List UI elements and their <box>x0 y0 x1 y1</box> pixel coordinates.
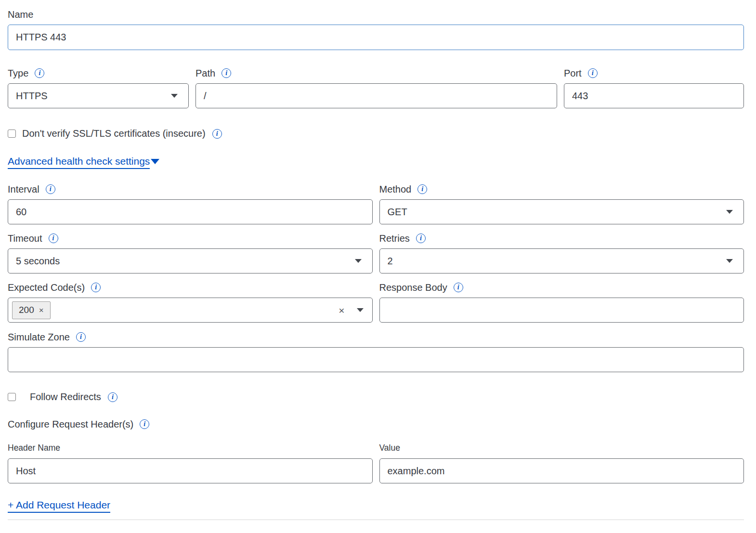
retries-select-value: 2 <box>388 256 393 267</box>
simulate-zone-label: Simulate Zone <box>8 331 70 343</box>
method-select-value: GET <box>388 207 407 218</box>
response-body-field: Response Body i <box>379 282 744 323</box>
expected-code-tag: 200 × <box>12 301 51 319</box>
add-request-header-link[interactable]: + Add Request Header <box>8 499 110 513</box>
chevron-down-icon <box>171 94 178 98</box>
retries-label: Retries <box>379 233 410 244</box>
interval-input[interactable] <box>8 199 373 224</box>
ssl-verify-label: Don't verify SSL/TLS certificates (insec… <box>22 128 206 139</box>
timeout-label: Timeout <box>8 233 42 244</box>
ssl-verify-checkbox-row: Don't verify SSL/TLS certificates (insec… <box>8 128 744 139</box>
timeout-select-value: 5 seconds <box>16 256 60 267</box>
header-value-input[interactable] <box>379 458 744 483</box>
timeout-field: Timeout i 5 seconds <box>8 233 373 273</box>
info-icon[interactable]: i <box>588 68 598 78</box>
follow-redirects-label: Follow Redirects <box>30 391 101 403</box>
advanced-settings-grid: Interval i Method i GET Timeout i 5 seco… <box>8 183 744 323</box>
remove-tag-icon[interactable]: × <box>39 306 44 314</box>
port-field: Port i <box>564 67 744 108</box>
timeout-select[interactable]: 5 seconds <box>8 248 373 273</box>
type-label: Type <box>8 67 28 79</box>
chevron-down-icon <box>726 210 733 214</box>
interval-field: Interval i <box>8 183 373 224</box>
simulate-zone-field: Simulate Zone i <box>8 331 744 372</box>
port-input[interactable] <box>564 83 744 108</box>
type-select[interactable]: HTTPS <box>8 83 189 108</box>
info-icon[interactable]: i <box>454 283 463 292</box>
retries-select[interactable]: 2 <box>379 248 744 273</box>
info-icon[interactable]: i <box>222 68 231 78</box>
port-label: Port <box>564 67 582 79</box>
chevron-down-icon <box>726 259 733 263</box>
info-icon[interactable]: i <box>417 184 427 194</box>
info-icon[interactable]: i <box>49 234 58 243</box>
info-icon[interactable]: i <box>76 332 86 342</box>
path-field: Path i <box>196 67 557 108</box>
retries-field: Retries i 2 <box>379 233 744 273</box>
path-input[interactable] <box>196 83 557 108</box>
type-path-port-row: Type i HTTPS Path i Port i <box>8 67 744 108</box>
info-icon[interactable]: i <box>416 234 426 243</box>
advanced-settings-row: Advanced health check settings <box>8 156 744 169</box>
ssl-verify-checkbox[interactable] <box>8 130 16 138</box>
header-value-label: Value <box>379 442 400 453</box>
name-label-row: Name <box>8 9 744 20</box>
info-icon[interactable]: i <box>140 419 149 429</box>
response-body-input[interactable] <box>379 298 744 323</box>
configure-headers-label: Configure Request Header(s) <box>8 418 133 430</box>
info-icon[interactable]: i <box>91 283 101 292</box>
method-field: Method i GET <box>379 183 744 224</box>
triangle-down-icon <box>151 159 159 164</box>
add-header-row: + Add Request Header <box>8 499 744 513</box>
simulate-zone-input[interactable] <box>8 347 744 372</box>
response-body-label: Response Body <box>379 282 447 293</box>
interval-label: Interval <box>8 183 39 195</box>
info-icon[interactable]: i <box>35 68 44 78</box>
header-name-field: Header Name <box>8 442 373 483</box>
expected-code-tag-value: 200 <box>19 305 34 315</box>
type-select-value: HTTPS <box>16 91 48 102</box>
name-label: Name <box>8 9 33 20</box>
expected-codes-field: Expected Code(s) i 200 × × <box>8 282 373 323</box>
info-icon[interactable]: i <box>46 184 55 194</box>
method-label: Method <box>379 183 412 195</box>
follow-redirects-row: Follow Redirects i <box>8 391 744 403</box>
chevron-down-icon <box>355 259 362 263</box>
follow-redirects-checkbox[interactable] <box>8 393 16 401</box>
info-icon[interactable]: i <box>212 129 222 139</box>
info-icon[interactable]: i <box>108 392 117 402</box>
advanced-settings-link[interactable]: Advanced health check settings <box>8 156 150 169</box>
request-header-row: Header Name Value <box>8 442 744 483</box>
expected-codes-multiselect[interactable]: 200 × × <box>8 298 373 323</box>
method-select[interactable]: GET <box>379 199 744 224</box>
chevron-down-icon <box>357 308 364 312</box>
header-value-field: Value <box>379 442 744 483</box>
configure-headers-row: Configure Request Header(s) i <box>8 418 744 430</box>
path-label: Path <box>196 67 215 79</box>
clear-all-icon[interactable]: × <box>339 305 344 315</box>
header-name-input[interactable] <box>8 458 373 483</box>
type-field: Type i HTTPS <box>8 67 189 108</box>
expected-codes-label: Expected Code(s) <box>8 282 85 293</box>
header-name-label: Header Name <box>8 442 60 453</box>
section-divider <box>8 520 744 520</box>
name-input[interactable] <box>8 25 744 50</box>
